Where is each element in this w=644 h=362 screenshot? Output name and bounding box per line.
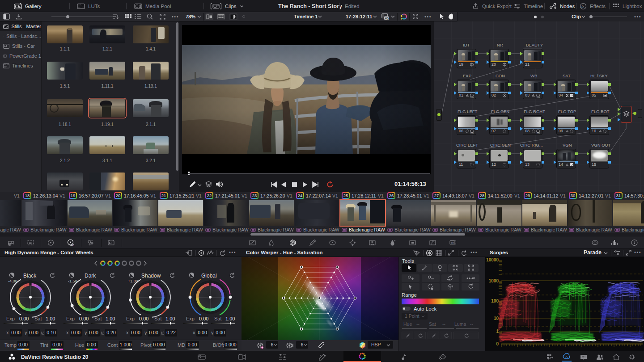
svg-text:RGB: RGB — [537, 97, 540, 98]
svg-text:HQ: HQ — [385, 17, 389, 20]
svg-text:RGB: RGB — [470, 97, 474, 98]
svg-text:RGB: RGB — [470, 132, 474, 134]
svg-text:RGB: RGB — [537, 132, 540, 134]
svg-text:3D: 3D — [451, 242, 454, 244]
svg-text:fx: fx — [581, 4, 585, 8]
svg-text:HDR: HDR — [71, 244, 75, 247]
